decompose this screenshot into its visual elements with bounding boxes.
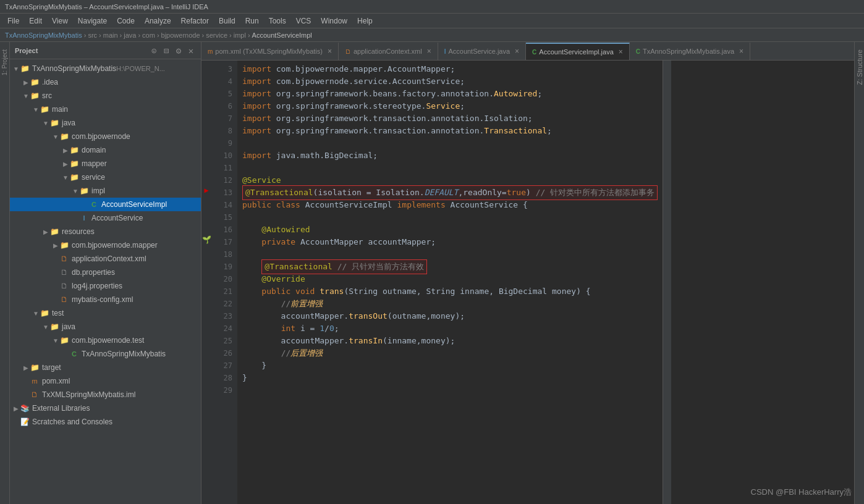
- tree-item-root[interactable]: ▼ 📁 TxAnnoSpringMixMybatis H:\POWER_N...: [10, 62, 201, 75]
- folder-icon-com: 📁: [59, 132, 69, 141]
- tab-accountservice-label: AccountService.java: [448, 48, 510, 55]
- tree-item-iml[interactable]: 🗋 TxXMLSpringMixMybatis.iml: [10, 388, 201, 401]
- tree-item-java[interactable]: ▼ 📁 java: [10, 116, 201, 130]
- project-tab[interactable]: 1: Project: [0, 44, 9, 80]
- tab-appcontext[interactable]: 🗋 applicationContext.xml ×: [339, 43, 438, 60]
- tree-item-main[interactable]: ▼ 📁 main: [10, 103, 201, 116]
- tab-accountserviceimpl-close[interactable]: ×: [619, 48, 623, 56]
- tab-accountservice-close[interactable]: ×: [515, 47, 519, 56]
- tree-item-service[interactable]: ▼ 📁 service: [10, 170, 201, 184]
- menu-tools[interactable]: Tools: [264, 15, 291, 27]
- kw-import-7: import: [242, 112, 276, 125]
- folder-icon-idea: 📁: [30, 77, 40, 87]
- tree-item-db-props[interactable]: 🗋 db.properties: [10, 266, 201, 279]
- tree-item-accountserviceimpl[interactable]: C AccountServiceImpl: [10, 198, 201, 211]
- arrow-main: ▼: [32, 106, 40, 113]
- menu-view[interactable]: View: [47, 15, 73, 27]
- tree-label-test-pkg: com.bjpowernode.test: [72, 336, 144, 345]
- code-line-7: import org.springframework.transaction.a…: [242, 112, 658, 125]
- breadcrumb-com[interactable]: com: [142, 32, 155, 39]
- tab-txanno[interactable]: C TxAnnoSpringMixMybatis.java ×: [630, 43, 750, 60]
- arrow-test: ▼: [32, 310, 40, 317]
- menu-window[interactable]: Window: [316, 15, 352, 27]
- tree-item-txanno[interactable]: C TxAnnoSpringMixMybatis: [10, 347, 201, 361]
- menu-build[interactable]: Build: [214, 15, 240, 27]
- tree-item-pom[interactable]: m pom.xml: [10, 374, 201, 388]
- breadcrumb-src[interactable]: src: [88, 32, 97, 39]
- ann-service: @Service: [242, 174, 281, 187]
- menu-run[interactable]: Run: [240, 15, 264, 27]
- tree-item-idea[interactable]: ▶ 📁 .idea: [10, 75, 201, 89]
- sidebar-icon-settings[interactable]: ⚙: [174, 46, 184, 56]
- breadcrumb-main[interactable]: main: [103, 32, 118, 39]
- kw-import-10: import: [242, 149, 276, 162]
- tree-item-test-pkg[interactable]: ▼ 📁 com.bjpowernode.test: [10, 334, 201, 347]
- menu-analyze[interactable]: Analyze: [140, 15, 176, 27]
- menu-refactor[interactable]: Refactor: [176, 15, 214, 27]
- kw-import-6: import: [242, 100, 276, 112]
- tree-item-accountservice[interactable]: I AccountService: [10, 211, 201, 225]
- tree-item-external[interactable]: ▶ 📚 External Libraries: [10, 401, 201, 415]
- transactional-class-annotation-box: @Transactional(isolation = Isolation.DEF…: [242, 185, 658, 200]
- tab-accountserviceimpl[interactable]: C AccountServiceImpl.java ×: [526, 43, 630, 60]
- folder-icon-impl: 📁: [79, 186, 89, 196]
- sidebar-close-icon[interactable]: ✕: [186, 46, 196, 56]
- linenum-19: 19: [213, 261, 237, 273]
- folder-icon-test: 📁: [40, 308, 49, 318]
- tree-item-log4j[interactable]: 🗋 log4j.properties: [10, 279, 201, 293]
- linenum-12: 12: [213, 174, 237, 187]
- tree-item-scratches[interactable]: 📝 Scratches and Consoles: [10, 415, 201, 429]
- tree-label-main: main: [52, 105, 68, 114]
- tree-item-test-java[interactable]: ▼ 📁 java: [10, 320, 201, 334]
- tab-accountservice[interactable]: I AccountService.java ×: [438, 43, 526, 60]
- tree-item-com[interactable]: ▼ 📁 com.bjpowernode: [10, 130, 201, 143]
- sidebar-icon-locate[interactable]: ⊙: [149, 46, 159, 56]
- tab-txanno-close[interactable]: ×: [739, 47, 743, 56]
- folder-icon-java: 📁: [49, 118, 59, 128]
- tree-label-com: com.bjpowernode: [72, 132, 130, 141]
- breadcrumb-current[interactable]: AccountServiceImpl: [252, 32, 312, 39]
- gutter-12: [201, 172, 211, 184]
- tree-item-test[interactable]: ▼ 📁 test: [10, 306, 201, 320]
- gutter-14: [201, 196, 211, 209]
- linenum-26: 26: [213, 347, 237, 359]
- menu-code[interactable]: Code: [112, 15, 140, 27]
- gutter-19: [201, 258, 211, 271]
- gutter-9: [201, 135, 211, 147]
- tab-txanno-icon: C: [636, 48, 640, 55]
- code-editor[interactable]: ▶ 🌱: [201, 61, 854, 504]
- tree-item-target[interactable]: ▶ 📁 target: [10, 361, 201, 374]
- tree-item-resources[interactable]: ▶ 📁 resources: [10, 225, 201, 238]
- tree-item-appcontext[interactable]: 🗋 applicationContext.xml: [10, 252, 201, 266]
- tab-pom[interactable]: m pom.xml (TxXMLSpringMixMybatis) ×: [201, 43, 339, 60]
- tree-item-mapper-pkg[interactable]: ▶ 📁 com.bjpowernode.mapper: [10, 238, 201, 252]
- breadcrumb-bjpowernode[interactable]: bjpowernode: [161, 32, 200, 39]
- props-icon-db: 🗋: [59, 267, 69, 277]
- menu-help[interactable]: Help: [352, 15, 378, 27]
- gutter-11: [201, 159, 211, 172]
- tab-accountserviceimpl-label: AccountServiceImpl.java: [539, 48, 613, 56]
- code-line-6: import org.springframework.stereotype.Se…: [242, 100, 658, 112]
- structure-tab-label[interactable]: Z: Structure: [855, 44, 865, 90]
- tree-item-domain[interactable]: ▶ 📁 domain: [10, 143, 201, 157]
- tree-item-impl[interactable]: ▼ 📁 impl: [10, 184, 201, 198]
- breadcrumb-java[interactable]: java: [124, 32, 136, 39]
- breadcrumb-service[interactable]: service: [206, 32, 227, 39]
- tree-item-src[interactable]: ▼ 📁 src: [10, 89, 201, 103]
- code-line-26: //后置增强: [242, 347, 658, 359]
- tab-appcontext-close[interactable]: ×: [427, 47, 431, 56]
- breadcrumb-project[interactable]: TxAnnoSpringMixMybatis: [5, 32, 82, 39]
- menu-navigate[interactable]: Navigate: [73, 15, 112, 27]
- sidebar-icon-collapse[interactable]: ⊟: [161, 46, 171, 56]
- menu-file[interactable]: File: [2, 15, 24, 27]
- tab-pom-close[interactable]: ×: [328, 47, 332, 56]
- breadcrumb-impl[interactable]: impl: [234, 32, 246, 39]
- menu-edit[interactable]: Edit: [24, 15, 47, 27]
- arrow-test-java: ▼: [42, 324, 49, 330]
- menu-vcs[interactable]: VCS: [291, 15, 316, 27]
- gutter-5: [201, 85, 211, 98]
- tree-item-mapper[interactable]: ▶ 📁 mapper: [10, 157, 201, 170]
- linenum-5: 5: [213, 88, 237, 100]
- code-content[interactable]: import com.bjpowernode.mapper.AccountMap…: [237, 61, 663, 504]
- tree-item-mybatis[interactable]: 🗋 mybatis-config.xml: [10, 293, 201, 306]
